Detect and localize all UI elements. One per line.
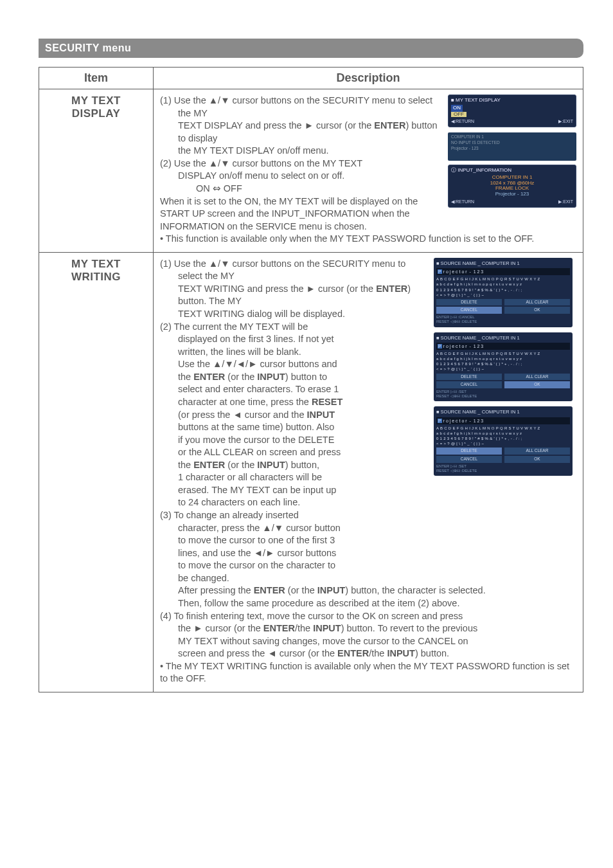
kbd-header: ■ SOURCE NAME _ COMPUTER IN 1	[436, 335, 520, 341]
desc-text: to move the cursor on the character to	[160, 559, 576, 572]
osd-off: OFF	[451, 112, 466, 118]
desc-text: erased. The MY TEXT can be input up	[160, 484, 576, 497]
kbd-allclear: ALL CLEAR	[504, 299, 570, 306]
table-row: MY TEXT WRITING ■ SOURCE NAME _ COMPUTER…	[39, 252, 583, 692]
osd-line: NO INPUT IS DETECTED	[451, 140, 573, 146]
desc-text: MY TEXT without saving changes, move the…	[160, 635, 576, 648]
kbd-cancel: CANCEL	[436, 381, 502, 388]
kbd-delete: DELETE	[436, 299, 502, 306]
osd-line: COMPUTER IN 1	[451, 134, 573, 140]
kbd-ok: OK	[504, 456, 570, 463]
kbd-footer: ENTER ▷⊟ :SETRESET ◁⊕⊟ :DELETE	[436, 390, 570, 399]
kbd-cancel: CANCEL	[436, 307, 502, 314]
kbd-row: 0 1 2 3 4 5 6 7 8 9 ! " # $ % & ' ( ) * …	[436, 436, 570, 441]
osd-kbd-stack: ■ SOURCE NAME _ COMPUTER IN 1 PP r o j e…	[434, 258, 576, 482]
kbd-input-line: P r o j e c t o r - 1 2 3	[436, 417, 570, 424]
kbd-delete: DELETE	[436, 448, 502, 455]
desc-note: • This function is available only when t…	[160, 233, 576, 246]
osd-keyboard: ■ SOURCE NAME _ COMPUTER IN 1 PP r o j e…	[434, 258, 573, 327]
desc-text: to 24 characters on each line.	[160, 496, 576, 509]
kbd-footer: ENTER ▷⊟ :SETRESET ◁⊕⊟ :DELETE	[436, 464, 570, 473]
desc-text: to move the cursor to one of the first 3	[160, 534, 576, 547]
col-header-desc: Description	[154, 68, 583, 89]
item-label: DISPLAY	[72, 107, 121, 120]
item-label: MY TEXT	[71, 95, 121, 107]
osd-exit: ▶:EXIT	[558, 119, 573, 124]
kbd-header: ■ SOURCE NAME _ COMPUTER IN 1	[436, 260, 520, 267]
osd-on: ON	[451, 105, 463, 112]
desc-text: After pressing the ENTER (or the INPUT) …	[160, 584, 576, 597]
kbd-row: a b c d e f g h i j k l m n o p q r s t …	[436, 431, 570, 436]
kbd-row: A B C D E F G H I J K L M N O P Q R S T …	[436, 426, 570, 431]
kbd-input-line: PP r o j e c t o r - 1 2 3 r o j e c t o…	[436, 268, 570, 275]
osd-line: Projector - 123	[451, 146, 573, 152]
osd-keyboard: ■ SOURCE NAME _ COMPUTER IN 1 P r o j e …	[434, 406, 573, 476]
kbd-row: < = > ? @ [ \ ] ^ _ ` { | } ~	[436, 293, 570, 298]
kbd-ok: OK	[504, 307, 570, 314]
kbd-header: ■ SOURCE NAME _ COMPUTER IN 1	[436, 409, 520, 415]
item-cell-mytext-display: MY TEXT DISPLAY	[39, 89, 154, 253]
item-cell-mytext-writing: MY TEXT WRITING	[39, 252, 154, 692]
kbd-row: a b c d e f g h i j k l m n o p q r s t …	[436, 356, 570, 361]
desc-text: be changed.	[160, 572, 576, 585]
desc-cell-mytext-writing: ■ SOURCE NAME _ COMPUTER IN 1 PP r o j e…	[154, 252, 583, 692]
kbd-row: 0 1 2 3 4 5 6 7 8 9 ! " # $ % & ' ( ) * …	[436, 287, 570, 293]
desc-text: (3) To change an already inserted	[160, 509, 576, 522]
osd-return: ◀:RETURN	[451, 199, 474, 204]
kbd-ok: OK	[504, 381, 570, 388]
kbd-row: < = > ? @ [ \ ] ^ _ ` { | } ~	[436, 366, 570, 372]
osd-keyboard: ■ SOURCE NAME _ COMPUTER IN 1 P r o j e …	[434, 332, 573, 402]
osd-line: Projector - 123	[451, 192, 573, 197]
menu-header: SECURITY menu	[39, 39, 583, 58]
desc-cell-mytext-display: ■ MY TEXT DISPLAY ON OFF ◀:RETURN ▶:EXIT…	[154, 89, 583, 253]
desc-text: character, press the ▲/▼ cursor button	[160, 522, 576, 535]
osd-input-info: ⓘ INPUT_INFORMATION COMPUTER IN 1 1024 x…	[448, 165, 576, 208]
osd-title: ■ MY TEXT DISPLAY	[451, 98, 573, 104]
desc-text: (4) To finish entering text, move the cu…	[160, 610, 576, 623]
kbd-allclear: ALL CLEAR	[504, 448, 570, 455]
osd-return: ◀:RETURN	[451, 119, 474, 124]
kbd-row: A B C D E F G H I J K L M N O P Q R S T …	[436, 351, 570, 356]
osd-title: ⓘ INPUT_INFORMATION	[451, 168, 573, 174]
kbd-input-line: P r o j e c t o r - 1 2 3	[436, 343, 570, 350]
kbd-row: 0 1 2 3 4 5 6 7 8 9 ! " # $ % & ' ( ) * …	[436, 361, 570, 366]
kbd-row: a b c d e f g h i j k l m n o p q r s t …	[436, 282, 570, 287]
desc-text: screen and press the ◄ cursor (or the EN…	[160, 647, 576, 660]
osd-mytext-display: ■ MY TEXT DISPLAY ON OFF ◀:RETURN ▶:EXIT	[448, 95, 576, 127]
kbd-delete: DELETE	[436, 374, 502, 381]
desc-text: the ► cursor (or the ENTER/the INPUT) bu…	[160, 622, 576, 635]
col-header-item: Item	[39, 68, 154, 89]
kbd-allclear: ALL CLEAR	[504, 374, 570, 381]
osd-exit: ▶:EXIT	[558, 199, 573, 204]
kbd-cancel: CANCEL	[436, 456, 502, 463]
item-label: MY TEXT	[71, 258, 121, 270]
desc-text: lines, and use the ◄/► cursor buttons	[160, 547, 576, 560]
kbd-footer: ENTER ▷⊟ :CANCELRESET ◁⊕⊟ :DELETE	[436, 315, 570, 324]
desc-note: • The MY TEXT WRITING function is availa…	[160, 660, 576, 685]
table-row: MY TEXT DISPLAY ■ MY TEXT DISPLAY ON OFF…	[39, 89, 583, 253]
kbd-row: A B C D E F G H I J K L M N O P Q R S T …	[436, 276, 570, 282]
osd-stack: ■ MY TEXT DISPLAY ON OFF ◀:RETURN ▶:EXIT…	[448, 95, 576, 213]
desc-text: Then, follow the same procedure as descr…	[160, 597, 576, 610]
kbd-row: < = > ? @ [ \ ] ^ _ ` { | } ~	[436, 441, 570, 446]
item-label: WRITING	[71, 271, 121, 283]
osd-startup: COMPUTER IN 1 NO INPUT IS DETECTED Proje…	[448, 132, 576, 161]
security-table: Item Description MY TEXT DISPLAY ■ MY TE…	[39, 67, 583, 692]
